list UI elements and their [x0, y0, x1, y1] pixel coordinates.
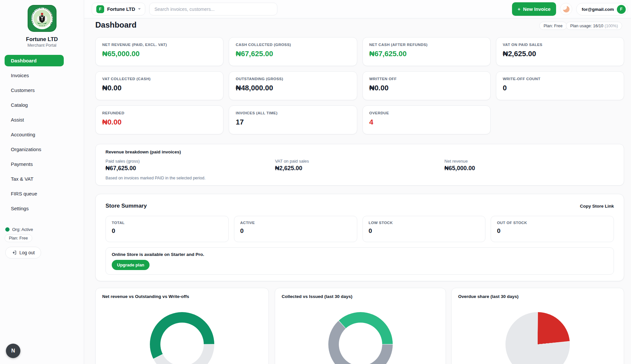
sidebar-item-customers[interactable]: Customers	[0, 83, 84, 98]
sidebar-item-dashboard[interactable]: Dashboard	[0, 53, 84, 68]
stat-label: WRITE-OFF COUNT	[503, 77, 617, 81]
copy-store-link[interactable]: Copy Store Link	[580, 204, 614, 209]
pie-chart-overdue-share	[505, 312, 570, 364]
org-logo: UKANAFUN LOCAL GOVERNMENT AREA · ★ ★ ★ ·	[28, 5, 57, 32]
sidebar-item-organizations[interactable]: Organizations	[0, 142, 84, 157]
revenue-column: VAT on paid sales₦2,625.00	[275, 159, 445, 172]
chart-card-overdue-share: Overdue share (last 30 days)	[451, 288, 624, 364]
store-stat-value: 0	[240, 227, 351, 235]
user-menu[interactable]: for@gmail.com F	[576, 3, 628, 15]
new-invoice-label: New Invoice	[523, 7, 550, 12]
stats-grid: NET REVENUE (PAID, EXCL. VAT)₦65,000.00C…	[95, 37, 624, 134]
stat-label: OUTSTANDING (GROSS)	[236, 77, 350, 81]
n-logo-button[interactable]: N	[6, 344, 20, 358]
stat-value: ₦67,625.00	[236, 50, 350, 58]
revenue-column-label: Net revenue	[444, 159, 614, 164]
upgrade-note: Online Store is available on Starter and…	[112, 252, 608, 257]
stat-label: VAT COLLECTED (CASH)	[102, 77, 217, 81]
store-stat-box: ACTIVE0	[234, 216, 357, 242]
sidebar-item-label: Dashboard	[11, 58, 36, 63]
donut-chart-collected-issued	[328, 312, 393, 364]
logout-label: Log out	[19, 250, 35, 255]
store-stat-label: LOW STOCK	[369, 221, 479, 225]
stat-card: VAT COLLECTED (CASH)₦0.00	[95, 71, 223, 100]
stat-label: VAT ON PAID SALES	[503, 43, 617, 47]
store-summary-title: Store Summary	[105, 203, 147, 209]
search-input[interactable]	[149, 3, 277, 15]
avatar: F	[617, 5, 626, 14]
sidebar-item-label: Settings	[0, 206, 29, 211]
org-selector[interactable]: F Fortune LTD	[92, 3, 145, 15]
stat-value: ₦65,000.00	[102, 50, 217, 58]
stat-label: CASH COLLECTED (GROSS)	[236, 43, 350, 47]
chart-title: Net revenue vs Outstanding vs Write-offs	[102, 294, 262, 299]
upgrade-plan-button[interactable]: Upgrade plan	[112, 260, 150, 270]
user-email: for@gmail.com	[582, 7, 614, 12]
brand-name: Fortune LTD	[0, 36, 84, 42]
stat-card: WRITTEN OFF₦0.00	[362, 71, 491, 100]
org-status-label: Org: Active	[12, 227, 33, 232]
plan-usage-badge: Plan usage: 16/10 (100%)	[566, 22, 622, 30]
stat-value: ₦2,625.00	[503, 50, 617, 58]
sidebar-item-payments[interactable]: Payments	[0, 157, 84, 171]
revenue-column: Paid sales (gross)₦67,625.00	[105, 159, 275, 172]
upgrade-box: Online Store is available on Starter and…	[105, 247, 614, 275]
sidebar-item-firs-queue[interactable]: FIRS queue	[0, 186, 84, 201]
sidebar-item-label: FIRS queue	[0, 191, 37, 196]
chart-title: Overdue share (last 30 days)	[458, 294, 617, 299]
stat-value: ₦67,625.00	[369, 50, 484, 58]
theme-toggle-button[interactable]	[560, 3, 572, 15]
logout-button[interactable]: Log out	[5, 247, 41, 259]
stat-card: OVERDUE4	[362, 105, 491, 134]
stat-label: OVERDUE	[369, 111, 484, 115]
svg-text:· ★ ★ ★ ·: · ★ ★ ★ ·	[38, 25, 46, 27]
sidebar-plan-badge: Plan: Free	[5, 234, 32, 242]
store-stat-label: TOTAL	[112, 221, 222, 225]
stat-value: ₦48,000.00	[236, 84, 350, 92]
new-invoice-button[interactable]: + New Invoice	[512, 2, 556, 16]
sidebar-item-catalog[interactable]: Catalog	[0, 98, 84, 112]
stat-label: NET CASH (AFTER REFUNDS)	[369, 43, 484, 47]
sidebar-item-label: Payments	[0, 161, 33, 167]
sidebar-item-label: Tax & VAT	[0, 176, 34, 182]
stat-value: ₦0.00	[102, 84, 217, 92]
org-selector-label: Fortune LTD	[107, 7, 135, 12]
page-title: Dashboard	[95, 20, 136, 30]
org-initial-badge: F	[96, 5, 104, 13]
sidebar-item-label: Organizations	[0, 147, 41, 152]
sidebar-item-settings[interactable]: Settings	[0, 201, 84, 216]
sidebar: UKANAFUN LOCAL GOVERNMENT AREA · ★ ★ ★ ·…	[0, 0, 84, 364]
sidebar-item-accounting[interactable]: Accounting	[0, 127, 84, 142]
stat-card: INVOICES (ALL TIME)17	[229, 105, 357, 134]
revenue-breakdown-card: Revenue breakdown (paid invoices) Paid s…	[95, 144, 624, 186]
org-active-dot-icon	[5, 227, 10, 232]
stat-card: WRITE-OFF COUNT0	[496, 71, 624, 100]
stat-value: 4	[369, 118, 484, 126]
chart-card-net-revenue: Net revenue vs Outstanding vs Write-offs	[95, 288, 269, 364]
stat-value: 0	[503, 84, 617, 92]
sidebar-nav: DashboardInvoicesCustomersCatalogAssistA…	[0, 53, 84, 216]
stat-card: OUTSTANDING (GROSS)₦48,000.00	[229, 71, 357, 100]
brand-subtitle: Merchant Portal	[0, 43, 84, 48]
chevron-down-icon	[138, 8, 141, 10]
stat-label: NET REVENUE (PAID, EXCL. VAT)	[102, 43, 217, 47]
sidebar-item-label: Catalog	[0, 102, 28, 108]
sidebar-item-assist[interactable]: Assist	[0, 112, 84, 127]
chart-card-collected-issued: Collected vs Issued (last 30 days)	[275, 288, 446, 364]
store-stat-value: 0	[112, 227, 222, 235]
stat-card: CASH COLLECTED (GROSS)₦67,625.00	[229, 37, 357, 66]
store-stat-value: 0	[497, 227, 608, 235]
revenue-column-label: VAT on paid sales	[275, 159, 445, 164]
sidebar-item-invoices[interactable]: Invoices	[0, 68, 84, 83]
sidebar-item-tax-vat[interactable]: Tax & VAT	[0, 171, 84, 186]
store-stat-box: OUT OF STOCK0	[491, 216, 614, 242]
sidebar-item-label: Invoices	[0, 73, 29, 78]
revenue-breakdown-columns: Paid sales (gross)₦67,625.00VAT on paid …	[105, 159, 614, 172]
donut-chart-net-revenue	[150, 312, 214, 364]
stat-value: ₦0.00	[369, 84, 484, 92]
stat-card: VAT ON PAID SALES₦2,625.00	[496, 37, 624, 66]
revenue-column-label: Paid sales (gross)	[105, 159, 275, 164]
store-stat-label: ACTIVE	[240, 221, 351, 225]
donut-hole	[160, 323, 204, 364]
stat-card: REFUNDED₦0.00	[95, 105, 223, 134]
